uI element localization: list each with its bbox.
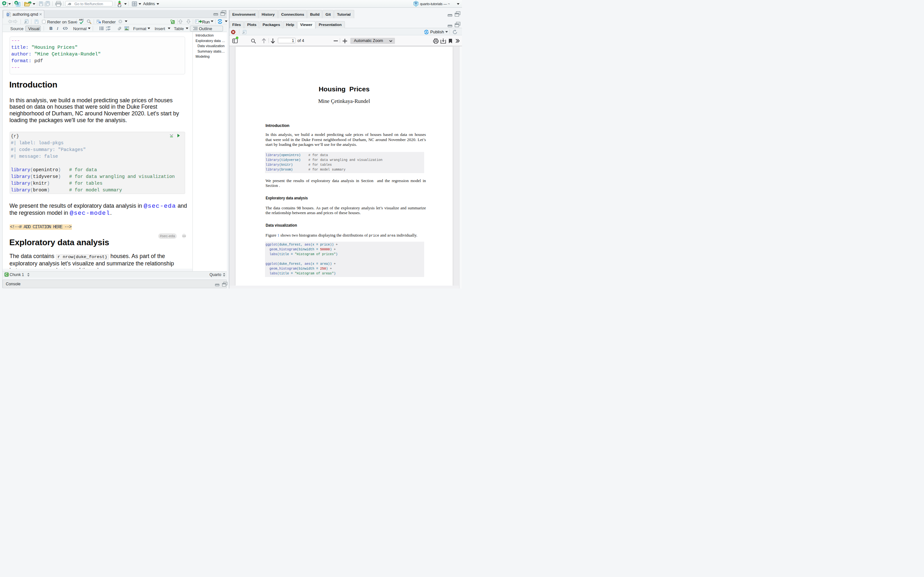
svg-text:R: R <box>415 1 417 5</box>
svg-text:1: 1 <box>106 26 107 28</box>
svg-text:2: 2 <box>106 29 107 31</box>
